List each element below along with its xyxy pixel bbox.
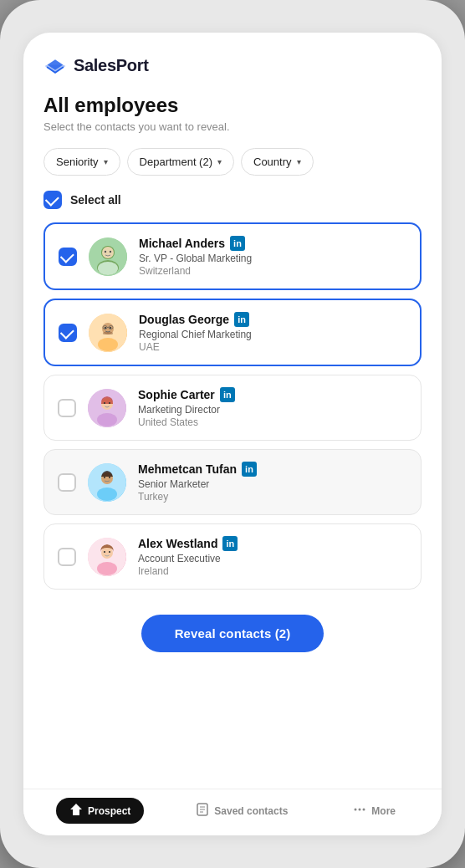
contact-info-0: Michael Anders in Sr. VP - Global Market… bbox=[139, 236, 406, 277]
select-all-row[interactable]: Select all bbox=[43, 191, 422, 209]
seniority-filter[interactable]: Seniority ▾ bbox=[43, 148, 120, 176]
select-all-checkbox[interactable] bbox=[43, 191, 62, 209]
contacts-list: Michael Anders in Sr. VP - Global Market… bbox=[43, 222, 422, 598]
svg-point-3 bbox=[102, 247, 114, 258]
contact-name-row-2: Sophie Carter in bbox=[138, 387, 407, 402]
svg-point-36 bbox=[355, 809, 357, 811]
prospect-nav-row: Prospect bbox=[69, 803, 130, 819]
svg-point-6 bbox=[110, 250, 111, 252]
contact-role-4: Account Executive bbox=[138, 553, 407, 564]
saved-contacts-nav-label: Saved contacts bbox=[214, 805, 288, 817]
contact-name-3: Mehmetcan Tufan bbox=[138, 462, 237, 476]
svg-point-24 bbox=[104, 476, 105, 477]
contact-checkbox-3[interactable] bbox=[58, 473, 76, 492]
contact-name-row-3: Mehmetcan Tufan in bbox=[138, 462, 407, 477]
reveal-contacts-button[interactable]: Reveal contacts (2) bbox=[141, 615, 324, 652]
prospect-nav-label: Prospect bbox=[88, 805, 130, 817]
chevron-down-icon: ▾ bbox=[297, 157, 301, 166]
department-filter[interactable]: Department (2) ▾ bbox=[127, 148, 234, 176]
contact-info-3: Mehmetcan Tufan in Senior Marketer Turke… bbox=[138, 462, 407, 503]
avatar-4 bbox=[88, 538, 126, 576]
linkedin-icon-4: in bbox=[222, 536, 238, 551]
avatar-image-4 bbox=[88, 538, 126, 576]
more-nav-row: More bbox=[353, 803, 396, 819]
svg-point-28 bbox=[97, 562, 117, 575]
saved-contacts-nav-row: Saved contacts bbox=[196, 803, 288, 819]
contact-info-4: Alex Westland in Account Executive Irela… bbox=[138, 536, 407, 577]
contact-country-1: UAE bbox=[139, 341, 406, 353]
linkedin-icon-1: in bbox=[234, 312, 249, 327]
svg-point-23 bbox=[97, 488, 117, 501]
contact-card-2[interactable]: Sophie Carter in Marketing Director Unit… bbox=[43, 375, 422, 441]
more-nav-label: More bbox=[371, 805, 396, 817]
svg-marker-31 bbox=[70, 804, 82, 815]
contact-card-0[interactable]: Michael Anders in Sr. VP - Global Market… bbox=[43, 222, 422, 290]
svg-point-4 bbox=[98, 262, 118, 275]
salesport-logo-icon bbox=[43, 57, 67, 75]
country-filter[interactable]: Country ▾ bbox=[241, 148, 314, 176]
chevron-down-icon: ▾ bbox=[104, 157, 108, 166]
app-content: SalesPort All employees Select the conta… bbox=[23, 33, 442, 789]
linkedin-icon-3: in bbox=[242, 462, 257, 477]
contact-country-3: Turkey bbox=[138, 491, 407, 503]
contact-name-row-0: Michael Anders in bbox=[139, 236, 406, 251]
svg-point-18 bbox=[97, 413, 117, 426]
avatar-image-0 bbox=[89, 237, 127, 276]
svg-point-27 bbox=[101, 547, 113, 559]
contact-role-0: Sr. VP - Global Marketing bbox=[139, 253, 406, 264]
select-all-label: Select all bbox=[70, 193, 121, 207]
prospect-nav-icon bbox=[69, 803, 83, 819]
svg-point-38 bbox=[363, 809, 365, 811]
page-title: All employees bbox=[43, 94, 422, 117]
avatar-1 bbox=[89, 314, 127, 352]
contact-checkbox-2[interactable] bbox=[58, 399, 76, 417]
avatar-image-1 bbox=[89, 314, 127, 352]
contact-name-2: Sophie Carter bbox=[138, 388, 215, 401]
bottom-nav: Prospect Saved contacts bbox=[23, 789, 442, 835]
page-subtitle: Select the contacts you want to reveal. bbox=[43, 120, 422, 133]
avatar-image-3 bbox=[88, 463, 126, 502]
svg-point-37 bbox=[359, 809, 361, 811]
contact-name-row-1: Douglas George in bbox=[139, 312, 406, 327]
filters-row: Seniority ▾ Department (2) ▾ Country ▾ bbox=[43, 148, 422, 176]
contact-checkbox-0[interactable] bbox=[59, 248, 77, 266]
contact-card-1[interactable]: Douglas George in Regional Chief Marketi… bbox=[43, 299, 422, 366]
svg-point-20 bbox=[109, 401, 110, 403]
svg-point-25 bbox=[109, 476, 110, 477]
svg-point-5 bbox=[105, 250, 106, 252]
contact-info-1: Douglas George in Regional Chief Marketi… bbox=[139, 312, 406, 353]
app-container: SalesPort All employees Select the conta… bbox=[23, 33, 442, 835]
contact-name-1: Douglas George bbox=[139, 313, 229, 326]
linkedin-icon-0: in bbox=[230, 236, 245, 251]
more-nav-icon bbox=[353, 803, 366, 819]
saved-contacts-nav-item[interactable]: Saved contacts bbox=[182, 798, 301, 824]
logo-text: SalesPort bbox=[74, 56, 149, 75]
contact-role-3: Senior Marketer bbox=[138, 478, 407, 490]
avatar-0 bbox=[89, 237, 127, 276]
svg-rect-12 bbox=[103, 332, 113, 334]
prospect-nav-item[interactable]: Prospect bbox=[56, 798, 144, 824]
contact-checkbox-4[interactable] bbox=[58, 548, 76, 566]
contact-role-2: Marketing Director bbox=[138, 404, 407, 416]
contact-country-2: United States bbox=[138, 416, 407, 428]
logo-area: SalesPort bbox=[43, 56, 422, 75]
linkedin-icon-2: in bbox=[220, 387, 235, 402]
chevron-down-icon: ▾ bbox=[217, 157, 222, 166]
contact-checkbox-1[interactable] bbox=[59, 324, 77, 342]
svg-point-29 bbox=[104, 550, 105, 552]
avatar-2 bbox=[88, 389, 126, 427]
svg-point-19 bbox=[104, 401, 105, 403]
saved-contacts-icon bbox=[196, 803, 209, 819]
more-nav-item[interactable]: More bbox=[340, 798, 409, 824]
contact-role-1: Regional Chief Marketing bbox=[139, 329, 406, 340]
contact-info-2: Sophie Carter in Marketing Director Unit… bbox=[138, 387, 407, 428]
svg-point-30 bbox=[109, 550, 110, 552]
contact-country-4: Ireland bbox=[138, 565, 407, 577]
svg-point-9 bbox=[98, 338, 118, 351]
phone-frame: SalesPort All employees Select the conta… bbox=[0, 0, 465, 868]
reveal-btn-container: Reveal contacts (2) bbox=[43, 615, 422, 652]
avatar-image-2 bbox=[88, 389, 126, 427]
contact-card-4[interactable]: Alex Westland in Account Executive Irela… bbox=[43, 523, 422, 590]
contact-name-4: Alex Westland bbox=[138, 537, 217, 550]
contact-card-3[interactable]: Mehmetcan Tufan in Senior Marketer Turke… bbox=[43, 449, 422, 515]
